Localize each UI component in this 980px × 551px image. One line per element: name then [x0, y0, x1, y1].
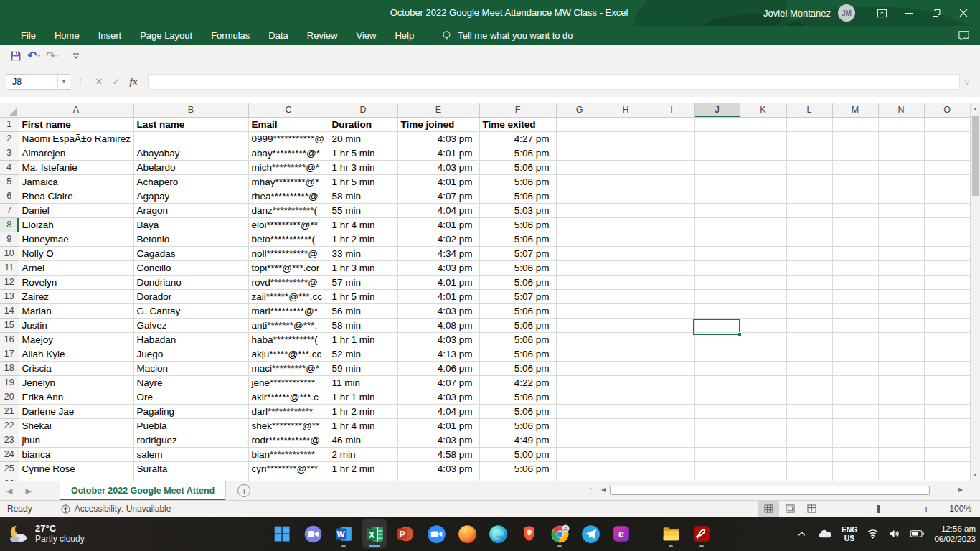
- cell[interactable]: [878, 203, 924, 217]
- cell[interactable]: [649, 232, 694, 246]
- cell[interactable]: [694, 461, 740, 476]
- cell[interactable]: [924, 447, 970, 461]
- cell[interactable]: 2 min: [329, 447, 397, 461]
- cell[interactable]: [832, 332, 878, 347]
- row-header[interactable]: 8: [0, 217, 19, 232]
- cell[interactable]: Agapay: [133, 189, 248, 203]
- cell[interactable]: [556, 404, 603, 418]
- cell[interactable]: [603, 275, 649, 289]
- menu-tab-file[interactable]: File: [11, 26, 45, 45]
- cell[interactable]: [694, 404, 740, 418]
- column-header-I[interactable]: I: [649, 103, 694, 117]
- cell[interactable]: 1 hr 5 min: [329, 289, 397, 303]
- cell[interactable]: [740, 390, 786, 404]
- cell[interactable]: [603, 189, 649, 203]
- cell[interactable]: [603, 117, 649, 131]
- minimize-button[interactable]: [895, 0, 923, 26]
- column-header-L[interactable]: L: [786, 103, 832, 117]
- cell[interactable]: [479, 476, 556, 481]
- cell[interactable]: [556, 418, 603, 433]
- cell[interactable]: [603, 390, 649, 404]
- cell[interactable]: [740, 217, 786, 232]
- cell[interactable]: Cagadas: [133, 246, 248, 260]
- cell[interactable]: Eloizah: [19, 217, 133, 232]
- cell[interactable]: [740, 303, 786, 318]
- cell[interactable]: [740, 289, 786, 303]
- cell[interactable]: 5:06 pm: [479, 160, 556, 174]
- row-header[interactable]: 25: [0, 461, 19, 476]
- sheet-nav-right-icon[interactable]: ▶: [19, 486, 37, 496]
- cell[interactable]: Puebla: [133, 418, 248, 433]
- cell[interactable]: [649, 361, 694, 375]
- row-header[interactable]: 6: [0, 189, 19, 203]
- cell[interactable]: Criscia: [19, 361, 133, 375]
- cell[interactable]: Abayabay: [133, 146, 248, 160]
- cell[interactable]: [786, 447, 832, 461]
- name-box-dropdown-icon[interactable]: ▼: [57, 75, 70, 89]
- cell[interactable]: [878, 131, 924, 146]
- cell[interactable]: [649, 275, 694, 289]
- column-header-C[interactable]: C: [248, 103, 329, 117]
- cell[interactable]: [786, 260, 832, 275]
- cell[interactable]: [832, 146, 878, 160]
- cell[interactable]: 4:03 pm: [397, 433, 479, 447]
- cell[interactable]: 1 hr 1 min: [329, 390, 397, 404]
- cell[interactable]: [786, 189, 832, 203]
- cell[interactable]: 52 min: [329, 347, 397, 361]
- cell[interactable]: [832, 303, 878, 318]
- cell[interactable]: Zairez: [19, 289, 133, 303]
- cell[interactable]: 4:13 pm: [397, 347, 479, 361]
- cell[interactable]: [649, 146, 694, 160]
- cell[interactable]: [556, 131, 603, 146]
- cell[interactable]: [878, 217, 924, 232]
- cell[interactable]: 4:01 pm: [397, 289, 479, 303]
- cell[interactable]: anti*******@***.: [248, 318, 329, 332]
- cell[interactable]: [694, 203, 740, 217]
- cell[interactable]: Marian: [19, 303, 133, 318]
- cell[interactable]: Dondriano: [133, 275, 248, 289]
- vertical-scrollbar[interactable]: ▲ ▼: [970, 103, 980, 481]
- cell[interactable]: [786, 476, 832, 481]
- menu-tab-review[interactable]: Review: [298, 26, 347, 45]
- cell[interactable]: [556, 217, 603, 232]
- hscroll-left-icon[interactable]: ◀: [601, 486, 606, 493]
- cell[interactable]: [832, 476, 878, 481]
- cell[interactable]: Habadan: [133, 332, 248, 347]
- cell[interactable]: 4:49 pm: [479, 433, 556, 447]
- tab-scrollbar-splitter[interactable]: ⋮: [587, 486, 595, 496]
- cell[interactable]: 5:06 pm: [479, 217, 556, 232]
- cell[interactable]: 5:06 pm: [479, 332, 556, 347]
- taskbar-edge-icon[interactable]: [486, 519, 510, 548]
- cell[interactable]: mari*********@*: [248, 303, 329, 318]
- cell[interactable]: [740, 433, 786, 447]
- cell[interactable]: [878, 275, 924, 289]
- row-header[interactable]: 12: [0, 275, 19, 289]
- cell[interactable]: [832, 447, 878, 461]
- cell[interactable]: [786, 433, 832, 447]
- cell[interactable]: [556, 174, 603, 189]
- cell[interactable]: [649, 117, 694, 131]
- cell[interactable]: [786, 275, 832, 289]
- cell[interactable]: [832, 217, 878, 232]
- cell[interactable]: [832, 404, 878, 418]
- cell[interactable]: [740, 117, 786, 131]
- cell[interactable]: [740, 418, 786, 433]
- cell[interactable]: 5:06 pm: [479, 461, 556, 476]
- column-header-M[interactable]: M: [832, 103, 878, 117]
- cell[interactable]: [329, 476, 397, 481]
- cell[interactable]: [556, 246, 603, 260]
- cell[interactable]: [832, 347, 878, 361]
- cell[interactable]: mhay********@*: [248, 174, 329, 189]
- cell[interactable]: 4:01 pm: [397, 418, 479, 433]
- cell[interactable]: 4:03 pm: [397, 390, 479, 404]
- cell[interactable]: [878, 447, 924, 461]
- cell[interactable]: 1 hr 2 min: [329, 232, 397, 246]
- cell[interactable]: 1 hr 1 min: [329, 332, 397, 347]
- row-header[interactable]: 7: [0, 203, 19, 217]
- cell[interactable]: Aragon: [133, 203, 248, 217]
- cell[interactable]: [878, 433, 924, 447]
- cell[interactable]: Aliah Kyle: [19, 347, 133, 361]
- cell[interactable]: zaii******@***.cc: [248, 289, 329, 303]
- cell[interactable]: [924, 174, 970, 189]
- cell[interactable]: [603, 146, 649, 160]
